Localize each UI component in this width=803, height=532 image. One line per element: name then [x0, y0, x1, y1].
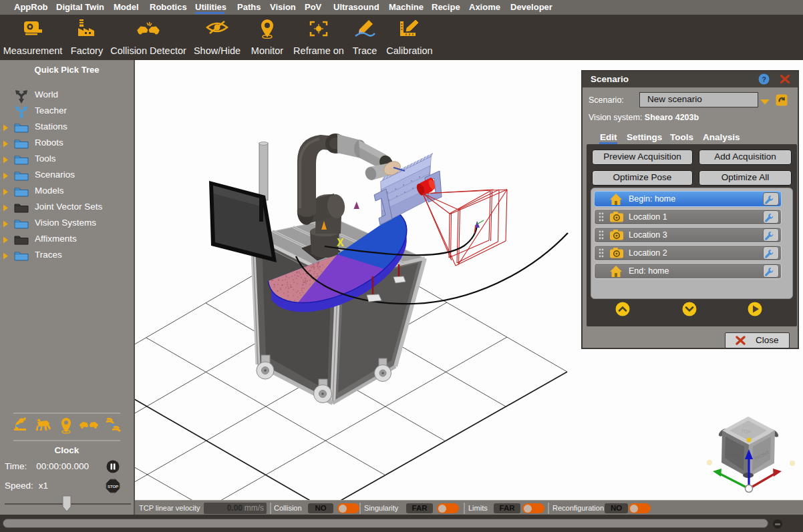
svg-text:X: X — [337, 237, 344, 248]
svg-text:?: ? — [762, 75, 766, 83]
svg-text:STOP: STOP — [108, 485, 118, 489]
